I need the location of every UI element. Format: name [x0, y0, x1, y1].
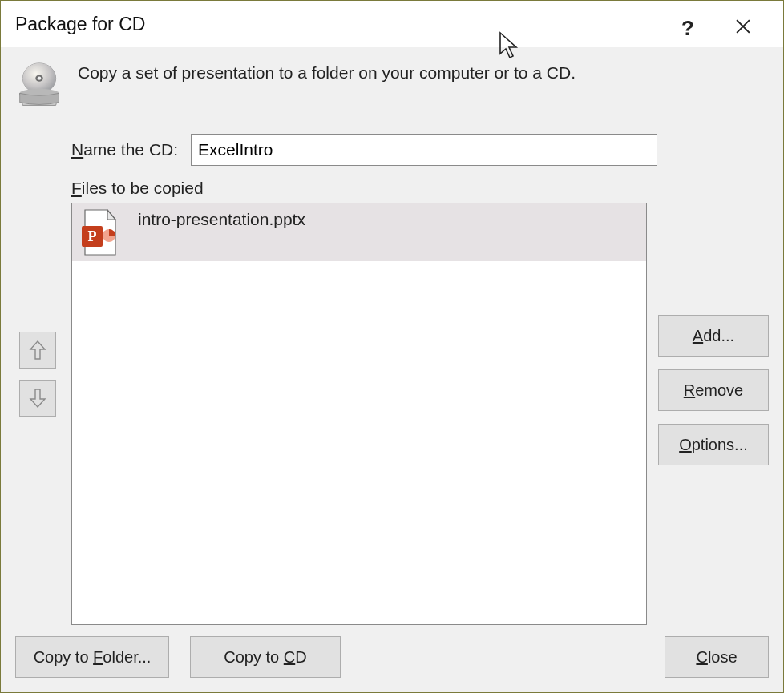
- file-list[interactable]: P intro-presentation.pptx: [71, 203, 647, 625]
- add-button[interactable]: Add...: [658, 315, 769, 357]
- description-text: Copy a set of presentation to a folder o…: [78, 63, 576, 83]
- arrow-up-icon: [29, 340, 46, 361]
- remove-button[interactable]: Remove: [658, 369, 769, 411]
- files-area: P intro-presentation.pptx Add... Remove …: [15, 203, 769, 625]
- titlebar: Package for CD ?: [1, 1, 783, 47]
- file-name: intro-presentation.pptx: [138, 210, 305, 229]
- cd-name-input[interactable]: [191, 134, 657, 166]
- package-for-cd-dialog: Package for CD ?: [0, 0, 784, 693]
- options-button[interactable]: Options...: [658, 424, 769, 465]
- close-icon: [736, 19, 750, 34]
- svg-point-5: [38, 77, 42, 80]
- svg-text:P: P: [88, 228, 97, 244]
- close-button[interactable]: Close: [665, 636, 769, 678]
- help-button[interactable]: ?: [677, 15, 699, 42]
- name-cd-label: Name the CD:: [71, 140, 178, 159]
- powerpoint-file-icon: P: [80, 208, 119, 256]
- description-row: Copy a set of presentation to a folder o…: [15, 62, 769, 110]
- files-to-copy-label: Files to be copied: [71, 179, 769, 198]
- dialog-footer: Copy to Folder... Copy to CD Close: [15, 636, 769, 678]
- move-down-button[interactable]: [19, 380, 56, 417]
- copy-to-cd-button[interactable]: Copy to CD: [190, 636, 341, 678]
- arrow-down-icon: [29, 388, 46, 409]
- dialog-content: Copy a set of presentation to a folder o…: [1, 47, 783, 692]
- copy-to-folder-button[interactable]: Copy to Folder...: [15, 636, 169, 678]
- reorder-controls: [15, 123, 60, 625]
- move-up-button[interactable]: [19, 332, 56, 369]
- file-action-buttons: Add... Remove Options...: [658, 315, 769, 625]
- cd-drive-icon: [15, 62, 63, 110]
- close-icon-button[interactable]: [727, 10, 759, 42]
- list-item[interactable]: P intro-presentation.pptx: [72, 203, 646, 261]
- name-row: Name the CD:: [71, 134, 769, 166]
- dialog-title: Package for CD: [15, 14, 145, 35]
